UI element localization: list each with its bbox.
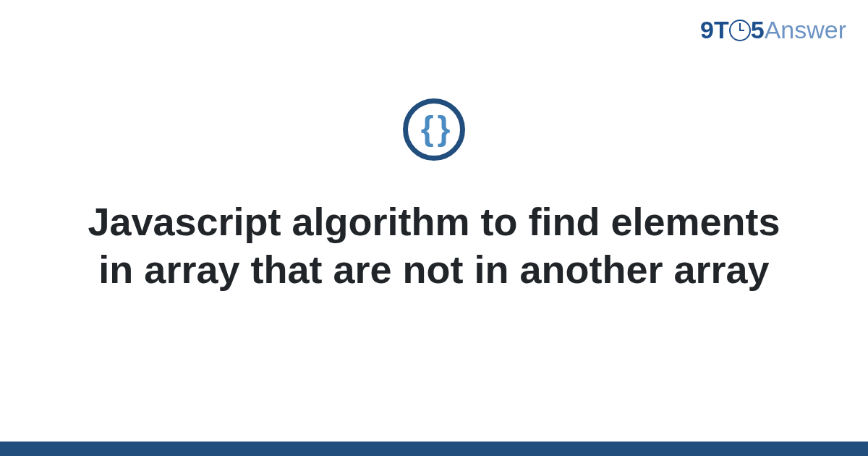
topic-badge: { } (403, 98, 465, 161)
main-content: { } Javascript algorithm to find element… (0, 0, 868, 456)
question-title: Javascript algorithm to find elements in… (87, 198, 781, 294)
footer-bar (0, 442, 868, 456)
code-braces-icon: { } (421, 111, 448, 145)
